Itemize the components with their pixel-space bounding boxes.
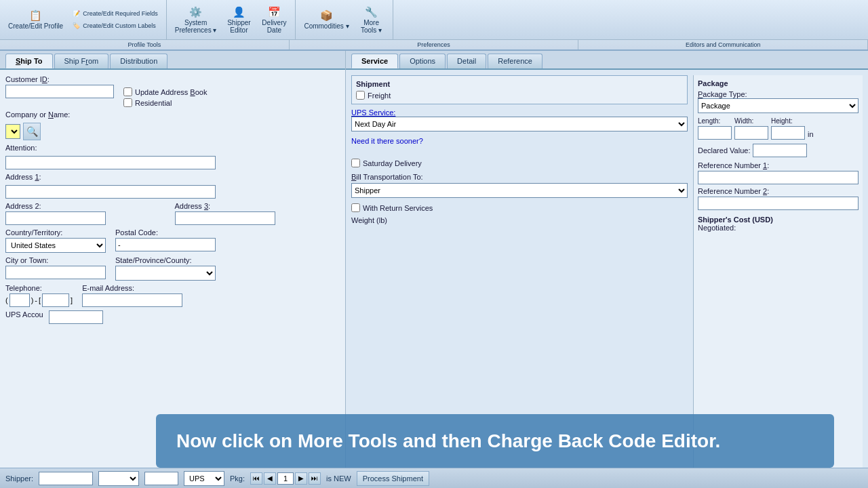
tel-paren-open: ( bbox=[5, 296, 8, 304]
pkg-last-btn[interactable]: ⏭ bbox=[309, 472, 321, 485]
dimensions-row: Length: Width: Height: in bbox=[698, 117, 859, 140]
ref1-label: Reference Number 1: bbox=[698, 161, 859, 169]
negotiated-label: Negotiated: bbox=[698, 224, 859, 232]
system-preferences-button[interactable]: ⚙️ SystemPreferences ▾ bbox=[171, 4, 221, 36]
pkg-type-label: Package Type: bbox=[698, 90, 859, 98]
create-edit-labels-button[interactable]: 🏷️ Create/Edit Custom Labels bbox=[68, 20, 162, 31]
address3-group: Address 3: bbox=[175, 202, 340, 225]
pkg-number-input[interactable] bbox=[277, 472, 294, 485]
return-checkbox[interactable] bbox=[351, 203, 360, 212]
height-label: Height: bbox=[771, 117, 805, 125]
shipper-editor-button[interactable]: 👤 ShipperEditor bbox=[222, 4, 256, 36]
options-tab-label: Options bbox=[410, 57, 435, 65]
shipper-input[interactable] bbox=[39, 472, 93, 485]
more-tools-icon: 🔧 bbox=[365, 6, 378, 18]
update-address-checkbox[interactable] bbox=[123, 87, 132, 96]
tel-group: Telephone: ( ) - [ ] bbox=[5, 284, 73, 307]
tab-service[interactable]: Service bbox=[351, 54, 398, 68]
telephone-field: ( ) - [ ] bbox=[5, 293, 73, 307]
ups-carrier-select[interactable]: UPS bbox=[184, 471, 224, 486]
saturday-checkbox[interactable] bbox=[351, 159, 360, 167]
create-edit-required-button[interactable]: 📝 Create/Edit Required Fields bbox=[68, 8, 162, 19]
process-shipment-button[interactable]: Process Shipment bbox=[357, 471, 429, 486]
ref2-input[interactable] bbox=[698, 197, 859, 210]
length-input[interactable] bbox=[698, 126, 732, 140]
ups-account-row: UPS Accou bbox=[5, 310, 340, 324]
freight-checkbox[interactable] bbox=[356, 91, 365, 100]
email-input[interactable] bbox=[82, 293, 182, 307]
residential-checkbox[interactable] bbox=[123, 98, 132, 107]
address3-input[interactable] bbox=[175, 211, 275, 225]
attention-input[interactable] bbox=[5, 156, 216, 169]
shipper-bottom-label: Shipper: bbox=[5, 474, 33, 483]
address1-label: Address 1: bbox=[5, 173, 41, 181]
toolbar: 📋 Create/Edit Profile 📝 Create/Edit Requ… bbox=[0, 0, 868, 51]
tab-ship-from[interactable]: Ship From bbox=[54, 54, 109, 68]
tel-bracket-open: [ bbox=[39, 296, 41, 304]
postal-input[interactable] bbox=[115, 238, 216, 251]
company-search-button[interactable]: 🔍 bbox=[23, 123, 41, 140]
delivery-icon: 📅 bbox=[268, 6, 281, 18]
state-select[interactable] bbox=[115, 266, 216, 281]
country-select[interactable]: United States bbox=[5, 238, 106, 253]
address2-label: Address 2: bbox=[5, 202, 171, 210]
width-input[interactable] bbox=[734, 126, 768, 140]
inches-label: in bbox=[808, 130, 814, 140]
pkg-type-dropdown[interactable]: Package UPS Letter UPS Tube bbox=[698, 98, 859, 113]
pkg-prev-btn[interactable]: ◀ bbox=[264, 472, 276, 485]
city-label: City or Town: bbox=[5, 256, 106, 264]
height-input[interactable] bbox=[771, 126, 805, 140]
shippers-cost-section: Shipper's Cost (USD) Negotiated: bbox=[698, 216, 859, 232]
postal-group: Postal Code: bbox=[115, 228, 216, 251]
pkg-status: is NEW bbox=[326, 474, 351, 483]
create-edit-profile-button[interactable]: 📋 Create/Edit Profile bbox=[4, 7, 67, 32]
company-name-label: Company or Name: bbox=[5, 110, 70, 119]
ups-service-link[interactable]: UPS Service: bbox=[351, 108, 688, 117]
commodities-button[interactable]: 📦 Commodities ▾ bbox=[300, 7, 353, 32]
customer-id-group: Customer ID: bbox=[5, 75, 114, 98]
tab-ship-to[interactable]: Ship To bbox=[5, 54, 53, 68]
ups-account-input[interactable] bbox=[49, 310, 103, 324]
address2-input[interactable] bbox=[5, 211, 106, 225]
bottom-bar: Shipper: UPS Pkg: ⏮ ◀ ▶ ⏭ is NEW Process… bbox=[0, 468, 868, 488]
declared-input[interactable] bbox=[753, 144, 807, 157]
delivery-date-button[interactable]: 📅 DeliveryDate bbox=[257, 4, 291, 36]
pkg-first-btn[interactable]: ⏮ bbox=[250, 472, 262, 485]
city-input[interactable] bbox=[5, 266, 106, 279]
tab-distribution[interactable]: Distribution bbox=[110, 54, 167, 68]
ups-service-dropdown[interactable]: Next Day Air 2nd Day Air Ground bbox=[351, 117, 688, 131]
shipper-field[interactable] bbox=[144, 472, 178, 485]
toolbar-top: 📋 Create/Edit Profile 📝 Create/Edit Requ… bbox=[0, 0, 868, 39]
pkg-next-btn[interactable]: ▶ bbox=[295, 472, 307, 485]
ref1-input[interactable] bbox=[698, 171, 859, 184]
return-section: With Return Services bbox=[351, 203, 688, 212]
freight-row: Freight bbox=[356, 91, 683, 100]
email-group: E-mail Address: bbox=[82, 284, 182, 307]
address1-input[interactable] bbox=[5, 185, 216, 199]
tel-area-input[interactable] bbox=[9, 293, 30, 307]
more-tools-button[interactable]: 🔧 MoreTools ▾ bbox=[355, 4, 389, 36]
bill-dropdown[interactable]: Shipper Receiver Third Party bbox=[351, 183, 688, 198]
need-sooner-link[interactable]: Need it there sooner? bbox=[351, 137, 688, 145]
shipper-select[interactable] bbox=[98, 471, 139, 486]
preferences-label: Preferences bbox=[290, 40, 579, 49]
length-group: Length: bbox=[698, 117, 732, 140]
shippers-cost-label: Shipper's Cost (USD) bbox=[698, 216, 859, 224]
tel-num-input[interactable] bbox=[42, 293, 69, 307]
shipper-label: ShipperEditor bbox=[227, 19, 250, 34]
shipment-title: Shipment bbox=[356, 80, 683, 88]
height-group: Height: bbox=[771, 117, 805, 140]
tel-label: Telephone: bbox=[5, 284, 73, 292]
company-dropdown[interactable] bbox=[5, 124, 20, 139]
tab-options[interactable]: Options bbox=[399, 54, 446, 68]
customer-id-input[interactable] bbox=[5, 85, 114, 98]
bill-label: Bill Transportation To: bbox=[351, 173, 688, 181]
app-container: 📋 Create/Edit Profile 📝 Create/Edit Requ… bbox=[0, 0, 868, 488]
tab-detail[interactable]: Detail bbox=[447, 54, 486, 68]
reference-tab-label: Reference bbox=[498, 57, 532, 65]
tel-bracket-close: ] bbox=[71, 296, 73, 304]
labels-label: Create/Edit Custom Labels bbox=[83, 22, 156, 29]
shipment-section: Shipment Freight bbox=[351, 75, 688, 104]
residential-label: Residential bbox=[135, 99, 172, 107]
tab-reference[interactable]: Reference bbox=[488, 54, 542, 68]
